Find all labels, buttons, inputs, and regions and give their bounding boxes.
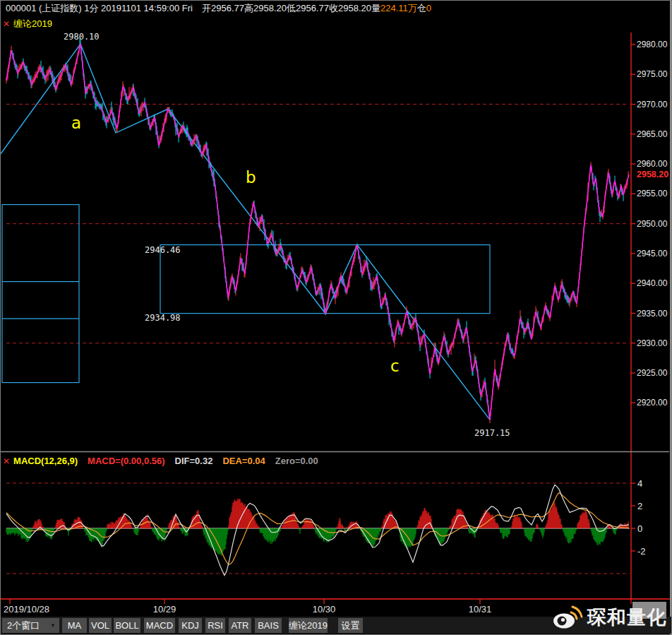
toolbar-button-MACD[interactable]: MACD	[144, 618, 175, 633]
svg-text:10/29: 10/29	[153, 604, 176, 615]
title-segment-5: 量	[371, 3, 380, 13]
watermark: 琛和量化	[551, 604, 666, 631]
svg-text:2960.00: 2960.00	[637, 159, 668, 169]
toolbar-button-BAIS[interactable]: BAIS	[255, 618, 282, 633]
candles-down	[12, 38, 623, 417]
svg-text:0: 0	[637, 523, 642, 534]
overlay-indicator-row: ✕缠论2019	[1, 16, 672, 32]
svg-text:2970.00: 2970.00	[637, 100, 668, 109]
dif-value: DIF=0.32	[175, 456, 213, 466]
toolbar-button-MA[interactable]: MA	[62, 618, 87, 633]
toolbar-button-BOLL[interactable]: BOLL	[114, 618, 140, 633]
pen-line	[6, 44, 629, 420]
svg-text:2940.00: 2940.00	[637, 278, 668, 288]
toolbar-button-VOL[interactable]: VOL	[89, 618, 112, 633]
toolbar-button-RSI[interactable]: RSI	[205, 618, 225, 633]
svg-text:2917.15: 2917.15	[474, 428, 510, 438]
svg-text:2930.00: 2930.00	[637, 338, 668, 348]
chevron-down-icon: ▼	[50, 618, 56, 633]
svg-text:2935.00: 2935.00	[637, 309, 668, 319]
svg-text:2958.20: 2958.20	[637, 170, 668, 179]
title-segment-0: 000001 (上证指数) 1分 20191101 14:59:00 Fri	[6, 3, 202, 13]
macd-header: ✕MACD(12,26,9)MACD=(0.00,0.56)DIF=0.32DE…	[1, 453, 672, 469]
toolbar-button-ATR[interactable]: ATR	[229, 618, 251, 633]
svg-text:c: c	[390, 357, 400, 375]
svg-text:2925.00: 2925.00	[637, 368, 668, 378]
svg-text:-2: -2	[637, 546, 646, 557]
zero-value: Zero=0.00	[275, 456, 318, 466]
toolbar-button-缠论2019[interactable]: 缠论2019	[289, 618, 328, 633]
title-segment-3: 低2956.77	[287, 3, 329, 13]
window-count-dropdown[interactable]: 2个窗口 ▼	[2, 618, 59, 633]
svg-text:2965.00: 2965.00	[637, 129, 668, 139]
macd-params: MACD(12,26,9)	[13, 456, 78, 466]
dea-line	[6, 493, 629, 565]
svg-text:4: 4	[637, 478, 642, 489]
title-segment-2: 高2958.20	[244, 3, 287, 13]
title-segment-8: 0	[426, 3, 431, 13]
left-pivot-box	[2, 205, 79, 383]
svg-text:2920.00: 2920.00	[637, 398, 668, 408]
svg-text:a: a	[71, 114, 81, 132]
svg-text:10/31: 10/31	[469, 604, 492, 615]
chart-window: 2946.462934.982980.102917.15abc2980.0029…	[0, 0, 672, 635]
toolbar-button-KDJ[interactable]: KDJ	[179, 618, 202, 633]
svg-text:2945.00: 2945.00	[637, 249, 668, 259]
chart-canvas: 2946.462934.982980.102917.15abc2980.0029…	[1, 1, 672, 635]
close-icon[interactable]: ✕	[3, 456, 10, 466]
window-count-label: 2个窗口	[7, 620, 40, 631]
svg-text:2946.46: 2946.46	[145, 245, 181, 255]
toolbar-button-设置[interactable]: 设置	[338, 618, 363, 633]
central-zone-box	[160, 245, 490, 314]
segment-line	[1, 44, 490, 420]
close-icon[interactable]: ✕	[3, 19, 10, 29]
title-segment-1: 开2956.77	[202, 3, 244, 13]
macd-value: MACD=(0.00,0.56)	[88, 456, 164, 466]
svg-text:2980.10: 2980.10	[64, 32, 100, 42]
svg-text:2: 2	[637, 501, 642, 511]
svg-text:2019/10/28: 2019/10/28	[4, 604, 49, 615]
svg-text:2980.00: 2980.00	[637, 40, 668, 49]
overlay-indicator-label: 缠论2019	[13, 18, 52, 29]
dif-line	[6, 485, 629, 575]
weibo-eye-icon	[551, 604, 583, 631]
macd-histogram-positive	[33, 499, 628, 528]
title-segment-6: 224.11万	[380, 3, 417, 13]
candles-up	[6, 46, 628, 424]
watermark-text: 琛和量化	[587, 605, 666, 630]
svg-text:2950.00: 2950.00	[637, 219, 668, 229]
title-segment-4: 收2958.20	[329, 3, 371, 13]
title-bar: 000001 (上证指数) 1分 20191101 14:59:00 Fri 开…	[1, 1, 672, 16]
svg-text:10/30: 10/30	[313, 604, 336, 615]
svg-text:b: b	[246, 168, 256, 186]
svg-text:2975.00: 2975.00	[637, 69, 668, 79]
svg-text:2934.98: 2934.98	[145, 313, 181, 323]
dea-value: DEA=0.04	[222, 456, 265, 466]
svg-text:2955.00: 2955.00	[637, 189, 668, 198]
title-segment-7: 仓	[417, 3, 426, 13]
macd-histogram-negative	[6, 528, 617, 556]
